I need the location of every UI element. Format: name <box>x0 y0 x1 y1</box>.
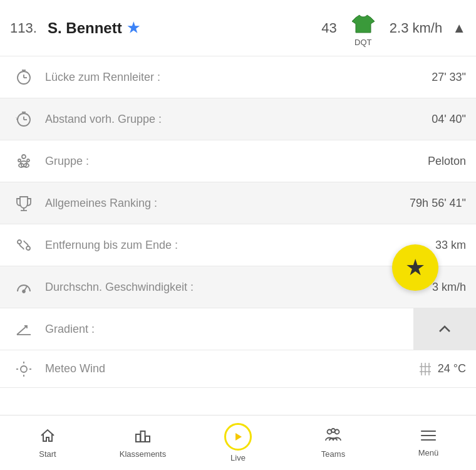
rider-name: S. Bennett ★ <box>48 19 321 37</box>
favorite-star-icon: ★ <box>405 254 425 281</box>
weather-label: Meteo Wind <box>45 362 419 375</box>
nav-teams[interactable]: Teams <box>286 422 381 464</box>
svg-marker-35 <box>235 433 242 441</box>
collapse-detail-button[interactable] <box>413 308 476 350</box>
play-icon <box>224 423 252 451</box>
row-gradient: Gradient : <box>0 308 476 350</box>
jersey-icon <box>349 9 377 36</box>
svg-point-13 <box>18 159 21 162</box>
row-ranking: Allgemeines Ranking : 79h 56' 41" <box>0 182 476 224</box>
svg-rect-33 <box>141 431 145 442</box>
rider-speed: 2.3 km/h <box>390 20 442 36</box>
teams-icon <box>323 427 343 447</box>
bottom-navigation: Start Klassements Live <box>0 415 476 470</box>
favorite-star-icon: ★ <box>127 20 140 36</box>
entfernung-label: Entfernung bis zum Ende : <box>45 239 435 252</box>
abstand-value: 04' 40" <box>432 113 466 126</box>
nav-live-label: Live <box>230 453 246 462</box>
podium-icon <box>134 427 152 447</box>
gradient-label: Gradient : <box>45 323 407 336</box>
jersey-label: DQT <box>354 38 371 47</box>
menu-icon <box>420 428 437 446</box>
collapse-button[interactable]: ▲ <box>452 20 466 36</box>
svg-rect-34 <box>145 436 150 442</box>
row-weather-partial: Meteo Wind 24 °C <box>0 350 476 388</box>
group-icon <box>10 152 38 170</box>
row-luecke: Lücke zum Rennleiter : 27' 33" <box>0 56 476 98</box>
svg-point-22 <box>21 366 27 372</box>
rider-rank: 113. <box>10 20 48 36</box>
geschwindigkeit-label: Durchschn. Geschwindigkeit : <box>45 281 432 294</box>
ranking-label: Allgemeines Ranking : <box>45 197 410 210</box>
row-gruppe: Gruppe : Peloton <box>0 140 476 182</box>
jersey-container: DQT <box>349 9 377 47</box>
nav-teams-label: Teams <box>321 449 345 459</box>
speedometer-icon <box>10 278 38 296</box>
gruppe-label: Gruppe : <box>45 155 428 168</box>
svg-point-17 <box>18 240 21 244</box>
nav-start[interactable]: Start <box>0 422 95 464</box>
route-icon <box>10 236 38 254</box>
row-abstand: Abstand vorh. Gruppe : 04' 40" <box>0 98 476 140</box>
svg-point-14 <box>27 159 29 162</box>
data-list: Lücke zum Rennleiter : 27' 33" Abstand v… <box>0 56 476 388</box>
nav-start-label: Start <box>39 449 56 459</box>
entfernung-value: 33 km <box>435 239 466 252</box>
gruppe-value: Peloton <box>428 155 466 168</box>
nav-menu[interactable]: Menü <box>381 423 476 462</box>
gradient-icon <box>10 320 38 338</box>
trophy-icon <box>10 194 38 212</box>
weather-icon <box>10 360 38 379</box>
favorite-button[interactable]: ★ <box>392 244 438 291</box>
luecke-value: 27' 33" <box>432 71 466 84</box>
timer-icon <box>10 68 38 86</box>
svg-point-18 <box>26 246 30 250</box>
luecke-label: Lücke zum Rennleiter : <box>45 71 432 84</box>
nav-live[interactable]: Live <box>190 418 286 467</box>
svg-point-10 <box>22 155 26 159</box>
home-icon <box>39 427 56 447</box>
nav-klassements[interactable]: Klassements <box>95 422 190 464</box>
weather-value: 24 °C <box>438 362 466 375</box>
svg-rect-32 <box>136 434 140 442</box>
ranking-value: 79h 56' 41" <box>410 197 466 210</box>
svg-point-20 <box>23 290 25 293</box>
nav-menu-label: Menü <box>418 448 439 457</box>
geschwindigkeit-value: 3 km/h <box>432 281 466 294</box>
abstand-label: Abstand vorh. Gruppe : <box>45 113 432 126</box>
timer-group-icon <box>10 110 38 128</box>
rider-header: 113. S. Bennett ★ 43 DQT 2.3 km/h ▲ <box>0 0 476 56</box>
rider-number: 43 <box>321 20 336 36</box>
nav-klassements-label: Klassements <box>120 449 166 459</box>
